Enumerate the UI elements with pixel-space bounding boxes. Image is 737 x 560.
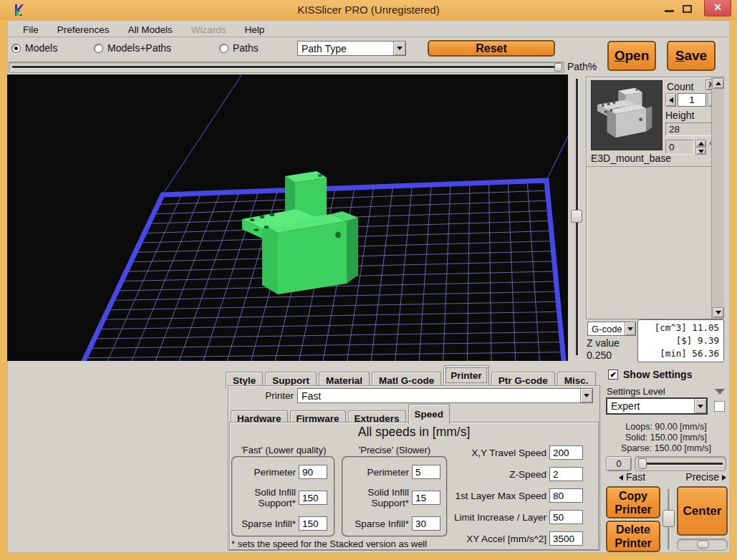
subtab-speed[interactable]: Speed <box>408 404 451 424</box>
model-name[interactable]: E3D_mount_base <box>591 153 671 164</box>
gcode-dropdown-value: G-code <box>588 324 625 334</box>
tab-printer[interactable]: Printer <box>443 365 489 385</box>
chevron-down-icon[interactable] <box>625 322 635 335</box>
center-horizontal-slider-handle[interactable] <box>697 541 709 549</box>
chevron-down-icon[interactable] <box>694 399 706 413</box>
fast-end-label: Fast <box>619 471 645 483</box>
fast-sparse-infill-label: Sparse Infill* <box>236 518 296 529</box>
title-bar[interactable]: KISSlicer PRO (Unregistered) ✕ <box>0 0 737 20</box>
triangle-left-icon <box>619 475 623 481</box>
xy-accel-input[interactable] <box>549 531 583 546</box>
close-icon[interactable]: ✕ <box>704 0 731 16</box>
chevron-down-icon[interactable] <box>580 389 592 402</box>
window-title: KISSlicer PRO (Unregistered) <box>0 4 737 16</box>
center-button[interactable]: Center <box>677 486 728 536</box>
save-rest: ave <box>684 48 707 63</box>
fast-sparse-infill-input[interactable] <box>299 516 327 531</box>
precise-perimeter-input[interactable] <box>412 465 440 479</box>
z-speed-label: Z-Speed <box>439 469 546 480</box>
fast-perimeter-input[interactable] <box>299 465 327 479</box>
loops-speed: Loops: 90.00 [mm/s] <box>606 422 726 433</box>
first-layer-max-speed-input[interactable] <box>549 488 583 503</box>
path-type-value: Path Type <box>298 43 393 54</box>
tuning-value-button[interactable]: 0 <box>606 456 632 471</box>
radio-paths[interactable]: Paths <box>219 42 259 54</box>
rotation-up-button[interactable] <box>695 140 706 147</box>
radio-models-paths-icon <box>94 44 103 53</box>
precise-group-title: 'Precise' (Slower) <box>342 445 448 455</box>
view-vertical-slider[interactable] <box>572 76 582 358</box>
view-vertical-slider-handle[interactable] <box>571 210 582 223</box>
maximize-icon[interactable] <box>683 5 692 13</box>
gcode-dropdown[interactable]: G-code <box>587 322 636 336</box>
xy-travel-speed-input[interactable] <box>549 445 583 460</box>
menu-preferences[interactable]: Preferences <box>57 24 110 35</box>
fast-precise-slider[interactable] <box>635 456 726 471</box>
count-label: Count <box>667 81 693 92</box>
scroll-up-icon[interactable] <box>713 78 724 89</box>
menu-wizards: Wizards <box>191 24 226 35</box>
precise-perimeter-label: Perimeter <box>347 467 409 478</box>
xy-travel-speed-label: X,Y Travel Speed <box>439 448 546 458</box>
copy-printer-button[interactable]: Copy Printer <box>606 486 660 518</box>
center-horizontal-slider[interactable] <box>677 539 728 551</box>
stat-time: [min] 56.36 <box>642 347 719 360</box>
radio-models-icon <box>11 44 21 53</box>
delete-printer-button[interactable]: Delete Printer <box>606 521 660 552</box>
show-settings-label: Show Settings <box>623 369 692 380</box>
fast-precise-labels: Fast Precise <box>619 471 726 483</box>
open-button[interactable]: Open <box>607 41 656 71</box>
radio-models[interactable]: Models <box>11 42 57 54</box>
show-settings-checkbox[interactable]: ✔ <box>608 370 618 380</box>
path-percent-slider[interactable] <box>9 62 564 73</box>
minimize-icon[interactable] <box>665 10 674 12</box>
fast-group-title: 'Fast' (Lower quality) <box>231 445 337 455</box>
fast-precise-slider-handle[interactable] <box>638 458 647 469</box>
radio-paths-icon <box>219 44 228 53</box>
path-percent-slider-handle[interactable] <box>554 63 562 72</box>
chevron-down-icon[interactable] <box>393 42 405 55</box>
print-stats: [cm^3] 11.05 [$] 9.39 [min] 56.36 <box>637 319 724 362</box>
models-panel: Count X Height 28 0 ° E3D_mount_base <box>586 77 724 319</box>
speed-footnote: * sets the speed for the Stacked version… <box>231 539 427 549</box>
z-value-label: Z value <box>587 337 620 349</box>
viewport-3d[interactable] <box>7 74 568 361</box>
settings-lock-checkbox[interactable] <box>714 401 725 412</box>
model-thumbnail[interactable] <box>591 80 663 150</box>
xy-accel-label: XY Accel [mm/s^2] <box>439 534 546 544</box>
settings-level-dropdown[interactable]: Expert <box>606 397 708 415</box>
printer-vertical-slider-handle[interactable] <box>663 510 675 527</box>
stat-cost: [$] 9.39 <box>642 334 719 347</box>
path-type-dropdown[interactable]: Path Type <box>297 41 406 56</box>
scroll-down-icon[interactable] <box>713 307 724 318</box>
printer-dropdown-value: Fast <box>298 390 580 402</box>
models-scrollbar[interactable] <box>711 77 724 319</box>
menu-help[interactable]: Help <box>245 24 265 35</box>
reset-button[interactable]: Reset <box>428 40 555 57</box>
open-accel: O <box>615 48 625 63</box>
fast-solid-infill-input[interactable] <box>299 491 327 505</box>
menu-all-models[interactable]: All Models <box>128 24 173 35</box>
printer-dropdown[interactable]: Fast <box>297 388 593 403</box>
printer-vertical-slider[interactable] <box>663 486 675 552</box>
limit-increase-label: Limit Increase / Layer <box>435 512 546 523</box>
radio-paths-label: Paths <box>233 42 259 54</box>
settings-level-label: Settings Level <box>607 386 665 397</box>
triangle-right-icon <box>722 475 726 481</box>
count-decrement-button[interactable] <box>665 93 676 107</box>
save-accel: S <box>675 48 685 63</box>
height-label: Height <box>665 110 694 121</box>
precise-solid-infill-label: Solid Infill Support* <box>347 487 409 508</box>
menu-bar: File Preferences All Models Wizards Help <box>9 22 728 37</box>
limit-increase-input[interactable] <box>549 510 583 524</box>
count-input[interactable] <box>678 93 706 107</box>
path-percent-label: Path% <box>567 61 597 72</box>
rotation-down-button[interactable] <box>695 148 706 155</box>
radio-models-paths[interactable]: Models+Paths <box>94 42 171 54</box>
z-speed-input[interactable] <box>549 467 583 481</box>
solid-speed: Solid: 150.00 [mm/s] <box>606 433 726 443</box>
precise-solid-infill-input[interactable] <box>412 491 440 505</box>
save-button[interactable]: Save <box>667 41 716 71</box>
collapse-triangle-icon[interactable] <box>715 389 725 395</box>
menu-file[interactable]: File <box>23 24 39 35</box>
